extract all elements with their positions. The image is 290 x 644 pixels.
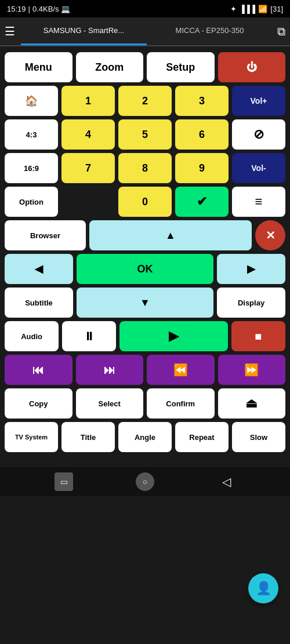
stop-button[interactable]: ■ xyxy=(231,321,285,351)
tab-micca[interactable]: MICCA - EP250-350 xyxy=(147,17,273,45)
check-button[interactable]: ✔ xyxy=(175,187,229,217)
arrow-left-button[interactable]: ◀ xyxy=(5,254,73,284)
subtitle-button[interactable]: Subtitle xyxy=(5,288,73,318)
ok-button[interactable]: OK xyxy=(77,254,213,284)
list-button[interactable]: ≡ xyxy=(232,187,285,217)
battery-icon: [31] xyxy=(270,5,283,13)
row-7: ◀ OK ▶ xyxy=(5,254,285,284)
copy-button[interactable]: Copy xyxy=(5,388,72,419)
setup-button[interactable]: Setup xyxy=(147,52,215,82)
spacer-1 xyxy=(61,187,115,217)
rewind-button[interactable]: ⏪ xyxy=(147,355,215,385)
remote-control: Menu Zoom Setup ⏻ 🏠 1 2 3 Vol+ 4:3 4 5 6… xyxy=(0,46,290,461)
eject-button[interactable]: ⏏ xyxy=(218,388,286,419)
num5-button[interactable]: 5 xyxy=(118,119,172,150)
option-button[interactable]: Option xyxy=(5,187,58,217)
play-button[interactable]: ▶ xyxy=(119,321,227,351)
bluetooth-icon: ✦ xyxy=(230,5,237,13)
status-bar: 15:19 | 0.4KB/s 💻 ✦ ▐▐▐ 📶 [31] xyxy=(0,0,290,17)
fast-fwd-button[interactable]: ⏩ xyxy=(218,355,286,385)
phone-icon: 💻 xyxy=(61,5,70,13)
confirm-button[interactable]: Confirm xyxy=(147,388,215,419)
num0-button[interactable]: 0 xyxy=(118,187,172,217)
home-button[interactable]: 🏠 xyxy=(5,86,58,116)
top-nav: ☰ SAMSUNG - SmartRe... MICCA - EP250-350… xyxy=(0,17,290,46)
num4-button[interactable]: 4 xyxy=(61,119,115,150)
copy-icon[interactable]: ⧉ xyxy=(277,25,285,38)
row-1: Menu Zoom Setup ⏻ xyxy=(5,52,285,82)
wifi-icon: 📶 xyxy=(258,5,267,13)
slow-button[interactable]: Slow xyxy=(232,422,285,452)
home-nav-button[interactable]: ▭ xyxy=(55,472,73,491)
zoom-button[interactable]: Zoom xyxy=(76,52,144,82)
close-button[interactable]: ✕ xyxy=(255,220,285,250)
tab-samsung[interactable]: SAMSUNG - SmartRe... xyxy=(21,17,147,45)
browser-button[interactable]: Browser xyxy=(5,220,86,250)
arrow-up-button[interactable]: ▲ xyxy=(89,220,252,250)
angle-button[interactable]: Angle xyxy=(118,422,172,452)
num3-button[interactable]: 3 xyxy=(175,86,229,116)
back-nav-button[interactable]: ◁ xyxy=(217,472,235,491)
circle-nav-button[interactable]: ○ xyxy=(136,472,154,491)
row-12: TV System Title Angle Repeat Slow xyxy=(5,422,285,452)
audio-button[interactable]: Audio xyxy=(5,321,59,351)
block-button[interactable]: ⊘ xyxy=(232,119,285,150)
row-9: Audio ⏸ ▶ ■ xyxy=(5,321,285,351)
ratio43-button[interactable]: 4:3 xyxy=(5,119,58,150)
skip-fwd-button[interactable]: ⏭ xyxy=(76,355,144,385)
row-2: 🏠 1 2 3 Vol+ xyxy=(5,86,285,116)
menu-button[interactable]: Menu xyxy=(5,52,72,82)
num6-button[interactable]: 6 xyxy=(175,119,229,150)
status-data: | xyxy=(28,5,30,13)
display-button[interactable]: Display xyxy=(217,288,285,318)
tv-system-button[interactable]: TV System xyxy=(5,422,58,452)
row-4: 16:9 7 8 9 Vol- xyxy=(5,153,285,183)
num1-button[interactable]: 1 xyxy=(61,86,115,116)
signal-icon: ▐▐▐ xyxy=(240,5,256,13)
pause-button[interactable]: ⏸ xyxy=(62,321,116,351)
status-time: 15:19 xyxy=(7,5,26,13)
hamburger-icon[interactable]: ☰ xyxy=(5,24,15,38)
bottom-nav: ▭ ○ ◁ xyxy=(0,467,290,496)
arrow-down-button[interactable]: ▼ xyxy=(77,288,213,318)
row-6: Browser ▲ ✕ xyxy=(5,220,285,250)
skip-back-button[interactable]: ⏮ xyxy=(5,355,72,385)
num7-button[interactable]: 7 xyxy=(61,153,115,183)
row-11: Copy Select Confirm ⏏ xyxy=(5,388,285,419)
vol-plus-button[interactable]: Vol+ xyxy=(232,86,285,116)
num8-button[interactable]: 8 xyxy=(118,153,172,183)
row-10: ⏮ ⏭ ⏪ ⏩ xyxy=(5,355,285,385)
fab-contact-button[interactable]: 👤 xyxy=(248,573,278,603)
vol-minus-button[interactable]: Vol- xyxy=(232,153,285,183)
title-button[interactable]: Title xyxy=(61,422,115,452)
num9-button[interactable]: 9 xyxy=(175,153,229,183)
arrow-right-button[interactable]: ▶ xyxy=(217,254,285,284)
select-button[interactable]: Select xyxy=(76,388,144,419)
power-button[interactable]: ⏻ xyxy=(218,52,286,82)
ratio169-button[interactable]: 16:9 xyxy=(5,153,58,183)
repeat-button[interactable]: Repeat xyxy=(175,422,229,452)
row-5: Option 0 ✔ ≡ xyxy=(5,187,285,217)
row-3: 4:3 4 5 6 ⊘ xyxy=(5,119,285,150)
num2-button[interactable]: 2 xyxy=(118,86,172,116)
status-data-rate: 0.4KB/s xyxy=(32,5,59,13)
row-8: Subtitle ▼ Display xyxy=(5,288,285,318)
